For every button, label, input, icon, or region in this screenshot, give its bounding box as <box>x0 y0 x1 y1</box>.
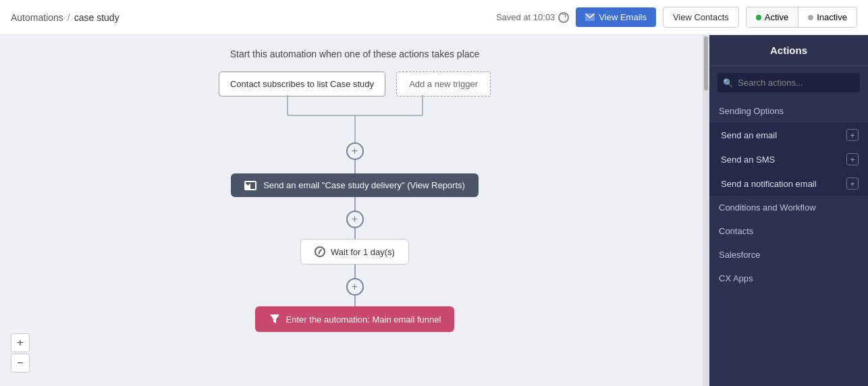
action-send-sms[interactable]: Send an SMS + <box>709 147 868 171</box>
status-buttons: Active Inactive <box>746 7 857 28</box>
email-node[interactable]: Send an email "Case study delivery" (Vie… <box>231 173 479 197</box>
breadcrumb-current: case study <box>74 12 119 23</box>
breadcrumb-root[interactable]: Automations <box>11 12 63 23</box>
sending-options-header[interactable]: Sending Options <box>709 99 868 123</box>
canvas[interactable]: Start this automation when one of these … <box>0 35 709 386</box>
zoom-out-button[interactable]: − <box>11 354 30 373</box>
saved-info: Saved at 10:03 <box>496 12 569 23</box>
wait-node[interactable]: Wait for 1 day(s) <box>300 239 409 265</box>
header: Automations / case study Saved at 10:03 … <box>0 0 868 35</box>
plus-node-1[interactable]: + <box>346 142 364 160</box>
connector-svg <box>186 95 524 142</box>
search-box: 🔍 <box>717 73 860 92</box>
active-dot <box>756 15 761 20</box>
view-emails-button[interactable]: View Emails <box>576 7 656 27</box>
send-email-label: Send an email <box>721 130 846 140</box>
canvas-title: Start this automation when one of these … <box>230 49 480 59</box>
send-notification-add-icon[interactable]: + <box>846 177 859 190</box>
salesforce-header[interactable]: Salesforce <box>709 243 868 267</box>
connector-3 <box>354 228 356 239</box>
header-right: Saved at 10:03 View Emails View Contacts… <box>496 7 857 28</box>
breadcrumb-separator: / <box>67 12 70 23</box>
sidebar: Actions 🔍 Sending Options Send an email … <box>709 35 868 386</box>
clock-small-icon <box>315 246 325 257</box>
zoom-controls: + − <box>11 333 30 373</box>
email-icon <box>585 13 595 21</box>
email-icon <box>244 181 256 190</box>
view-contacts-button[interactable]: View Contacts <box>663 7 739 28</box>
inactive-button[interactable]: Inactive <box>798 7 857 27</box>
trigger-row: Contact subscribes to list Case study Ad… <box>219 72 491 96</box>
plus-node-3[interactable]: + <box>346 278 364 296</box>
scroll-track[interactable] <box>703 35 709 386</box>
funnel-node[interactable]: Enter the automation: Main email funnel <box>255 306 455 332</box>
send-sms-add-icon[interactable]: + <box>846 153 859 165</box>
clock-icon <box>558 12 569 23</box>
inactive-dot <box>808 15 813 20</box>
connector-2 <box>354 197 356 211</box>
sidebar-title: Actions <box>709 35 868 66</box>
connector-1 <box>354 160 356 173</box>
action-send-notification[interactable]: Send a notification email + <box>709 171 868 196</box>
connector-4 <box>354 265 356 278</box>
canvas-inner: Start this automation when one of these … <box>0 35 709 386</box>
funnel-icon <box>269 313 281 325</box>
connector-5 <box>354 296 356 306</box>
contacts-header[interactable]: Contacts <box>709 219 868 243</box>
active-button[interactable]: Active <box>747 7 798 27</box>
saved-text: Saved at 10:03 <box>496 12 555 22</box>
scroll-thumb <box>704 36 708 90</box>
cx-apps-header[interactable]: CX Apps <box>709 267 868 290</box>
send-email-add-icon[interactable]: + <box>846 129 859 141</box>
trigger-box-1[interactable]: Contact subscribes to list Case study <box>219 72 385 96</box>
main-layout: Start this automation when one of these … <box>0 35 868 386</box>
action-send-email[interactable]: Send an email + <box>709 123 868 147</box>
zoom-in-button[interactable]: + <box>11 333 30 352</box>
conditions-header[interactable]: Conditions and Workflow <box>709 196 868 219</box>
search-icon: 🔍 <box>723 78 733 88</box>
breadcrumb: Automations / case study <box>11 12 119 23</box>
search-input[interactable] <box>717 73 860 92</box>
send-sms-label: Send an SMS <box>721 155 846 165</box>
send-notification-label: Send a notification email <box>721 179 846 189</box>
plus-node-2[interactable]: + <box>346 211 364 228</box>
trigger-box-add[interactable]: Add a new trigger <box>396 72 491 96</box>
